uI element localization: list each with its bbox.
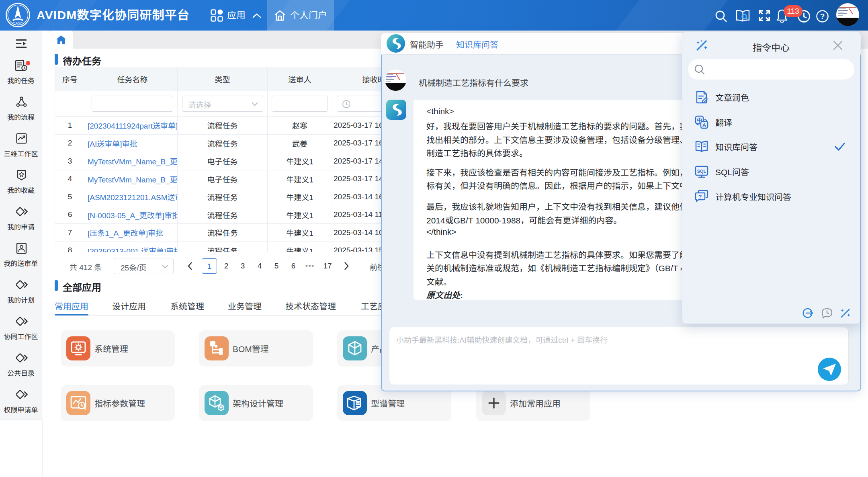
svg-text:?: ? — [820, 12, 825, 20]
svg-text:SQL: SQL — [697, 169, 706, 174]
svg-text:CASC: CASC — [13, 21, 23, 25]
svg-text:A: A — [702, 122, 706, 128]
svg-text:?: ? — [699, 194, 702, 200]
